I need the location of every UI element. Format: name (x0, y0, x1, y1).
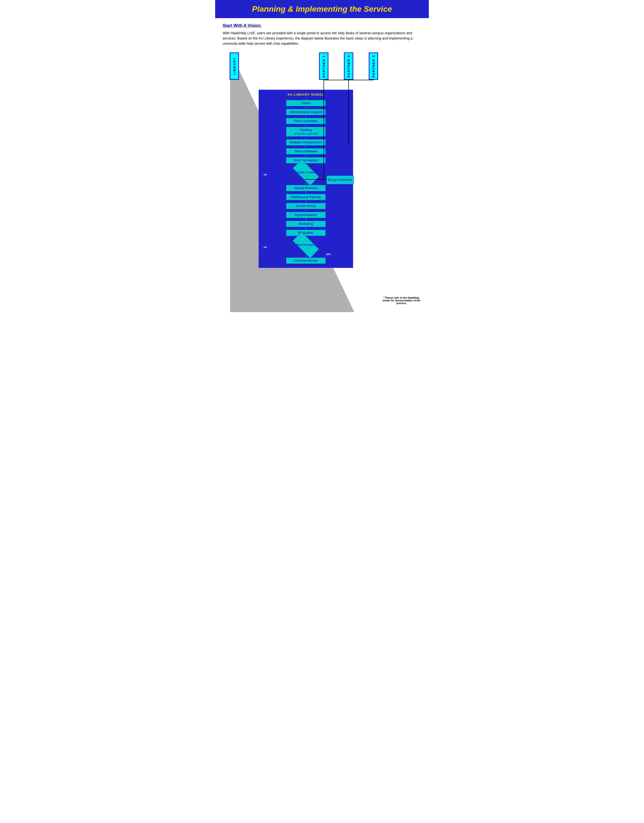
conn-5 (306, 146, 306, 148)
step-service-policy: Service Policy (286, 203, 326, 209)
step-select-software: Select Software (286, 148, 326, 155)
partner-hline-identify (305, 179, 325, 180)
conn-1 (306, 107, 306, 108)
step-identify-partners: Identify Partners (286, 185, 326, 192)
partner-hline-top (324, 80, 374, 80)
step-technical-support: Technical support (286, 157, 326, 164)
step-funding: Funding (proposal & approval) (286, 127, 326, 137)
conn-13 (306, 228, 306, 229)
model-label: KU LIBRARY MODEL (288, 93, 324, 97)
step-marketing: Marketing (286, 221, 326, 227)
partner3-label: PARTNER 3 (372, 55, 376, 78)
conn-2 (306, 116, 306, 117)
conn-15 (306, 256, 306, 257)
content-area: Start With A Vision: With HawkHelp LIVE,… (215, 18, 429, 317)
step-staffing: Staffing and Training (286, 194, 326, 200)
partner2-label-box: PARTNER 2 (344, 52, 353, 80)
diagram-area: LIBRARY PARTNER 1 PARTNER 2 PARTNER 3 Br… (222, 51, 422, 312)
conn-8 (306, 183, 306, 184)
step-continue-service: Continue Service (286, 257, 326, 264)
conn-6 (306, 155, 306, 156)
step-form-committee: Form Committee (286, 118, 326, 124)
partner3-label-box: PARTNER 3 (369, 52, 378, 80)
intro-paragraph: With HawkHelp LIVE, users are provided w… (222, 31, 422, 46)
library-label-box: LIBRARY (230, 52, 239, 80)
yes-label-2: yes (326, 253, 351, 256)
partner1-label: PARTNER 1 (322, 55, 326, 78)
conn-10 (306, 201, 306, 202)
conn-12 (306, 219, 306, 220)
section-heading: Start With A Vision: (222, 23, 422, 28)
bring-in-partners-box: Bring in Partners (327, 175, 354, 184)
partner1-vline (324, 80, 324, 179)
conn-0 (306, 98, 306, 100)
footnote-text: * Please refer to the HawkHelp binder fo… (383, 296, 420, 305)
partner2-label: PARTNER 2 (347, 55, 351, 78)
footnote: * Please refer to the HawkHelp binder fo… (382, 296, 422, 305)
conn-4 (306, 137, 306, 139)
step-admin-support: Administrative Support (286, 109, 326, 115)
no-label-1: no (264, 173, 267, 176)
library-label: LIBRARY (233, 57, 236, 75)
funding-subnote: (proposal & approval) (294, 132, 317, 135)
no-label-2: no (264, 245, 267, 248)
page-title: Planning & Implementing the Service (218, 5, 426, 14)
bring-in-partners-label: Bring in Partners (328, 178, 352, 182)
step-evaluate: Evaluate Infrastructure (286, 139, 326, 146)
header-banner: Planning & Implementing the Service (215, 0, 429, 18)
step-implementation: Implementation (286, 212, 326, 218)
step-evaluation: Evaluation (286, 230, 326, 236)
step-vision: Vision (286, 100, 326, 106)
conn-9 (306, 192, 306, 193)
partner1-label-box: PARTNER 1 (319, 52, 328, 80)
partner2-vline (348, 80, 349, 146)
conn-11 (306, 210, 306, 211)
conn-3 (306, 125, 306, 126)
